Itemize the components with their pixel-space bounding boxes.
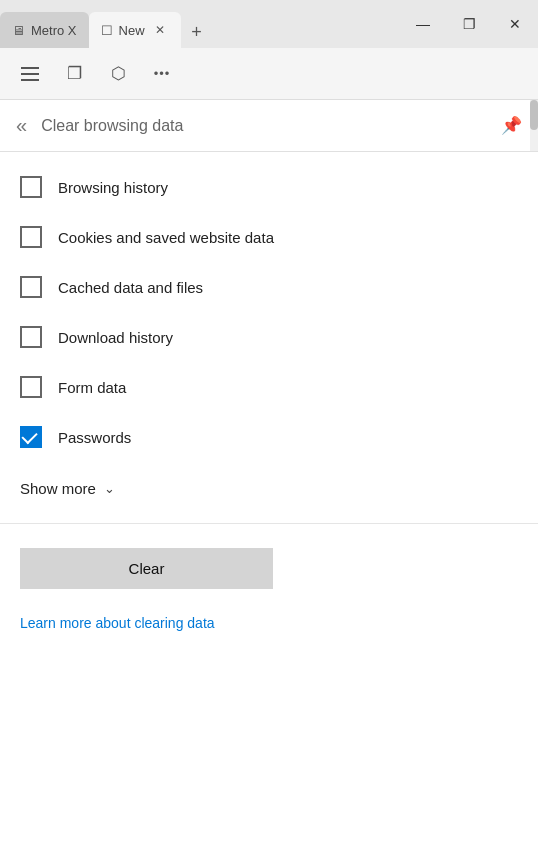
chevron-down-icon: ⌄ — [104, 481, 115, 496]
window-controls: — ❐ ✕ — [400, 0, 538, 48]
clear-button[interactable]: Clear — [20, 548, 273, 589]
pin-icon: 📌 — [501, 116, 522, 135]
clear-section: Clear — [0, 532, 538, 605]
checkbox-browsing-history-label: Browsing history — [58, 179, 168, 196]
scrollbar-thumb[interactable] — [530, 100, 538, 130]
content-area: Browsing history Cookies and saved websi… — [0, 152, 538, 661]
new-tab-button[interactable]: + — [181, 16, 213, 48]
checkbox-cookies[interactable] — [20, 226, 42, 248]
edit-button[interactable]: ❐ — [56, 56, 92, 92]
titlebar: 🖥 Metro X ☐ New ✕ + — ❐ ✕ — [0, 0, 538, 48]
checkbox-form-data-label: Form data — [58, 379, 126, 396]
more-button[interactable]: ••• — [144, 56, 180, 92]
list-item[interactable]: Cookies and saved website data — [0, 212, 538, 262]
page-header: « Clear browsing data 📌 — [0, 100, 538, 152]
checkbox-passwords[interactable] — [20, 426, 42, 448]
checkbox-download-history-label: Download history — [58, 329, 173, 346]
tab-metro-x-label: Metro X — [31, 23, 77, 38]
tab-new-label: New — [119, 23, 145, 38]
list-item[interactable]: Download history — [0, 312, 538, 362]
page-title: Clear browsing data — [41, 117, 501, 135]
list-item[interactable]: Form data — [0, 362, 538, 412]
checkbox-browsing-history[interactable] — [20, 176, 42, 198]
minimize-button[interactable]: — — [400, 0, 446, 48]
checkbox-cached-label: Cached data and files — [58, 279, 203, 296]
back-button[interactable]: « — [16, 114, 27, 137]
checkbox-download-history[interactable] — [20, 326, 42, 348]
back-icon: « — [16, 114, 27, 137]
people-icon: ⬡ — [111, 63, 126, 84]
tab-metro-x-icon: 🖥 — [12, 23, 25, 38]
hamburger-icon — [21, 67, 39, 81]
checkbox-cookies-label: Cookies and saved website data — [58, 229, 274, 246]
list-item[interactable]: Browsing history — [0, 162, 538, 212]
edit-icon: ❐ — [67, 63, 82, 84]
restore-button[interactable]: ❐ — [446, 0, 492, 48]
more-icon: ••• — [154, 66, 171, 81]
checkbox-passwords-label: Passwords — [58, 429, 131, 446]
close-button[interactable]: ✕ — [492, 0, 538, 48]
checkbox-cached[interactable] — [20, 276, 42, 298]
tab-new[interactable]: ☐ New ✕ — [89, 12, 181, 48]
show-more-label: Show more — [20, 480, 96, 497]
list-item[interactable]: Cached data and files — [0, 262, 538, 312]
learn-more-link[interactable]: Learn more about clearing data — [0, 605, 538, 651]
tab-group: 🖥 Metro X ☐ New ✕ + — [0, 0, 400, 48]
divider — [0, 523, 538, 524]
tab-metro-x[interactable]: 🖥 Metro X — [0, 12, 89, 48]
tab-new-close[interactable]: ✕ — [151, 21, 169, 39]
menu-button[interactable] — [12, 56, 48, 92]
scrollbar[interactable] — [530, 100, 538, 151]
show-more-button[interactable]: Show more ⌄ — [0, 462, 538, 515]
pin-button[interactable]: 📌 — [501, 115, 522, 136]
checkbox-form-data[interactable] — [20, 376, 42, 398]
toolbar: ❐ ⬡ ••• — [0, 48, 538, 100]
people-button[interactable]: ⬡ — [100, 56, 136, 92]
list-item[interactable]: Passwords — [0, 412, 538, 462]
tab-new-icon: ☐ — [101, 23, 113, 38]
